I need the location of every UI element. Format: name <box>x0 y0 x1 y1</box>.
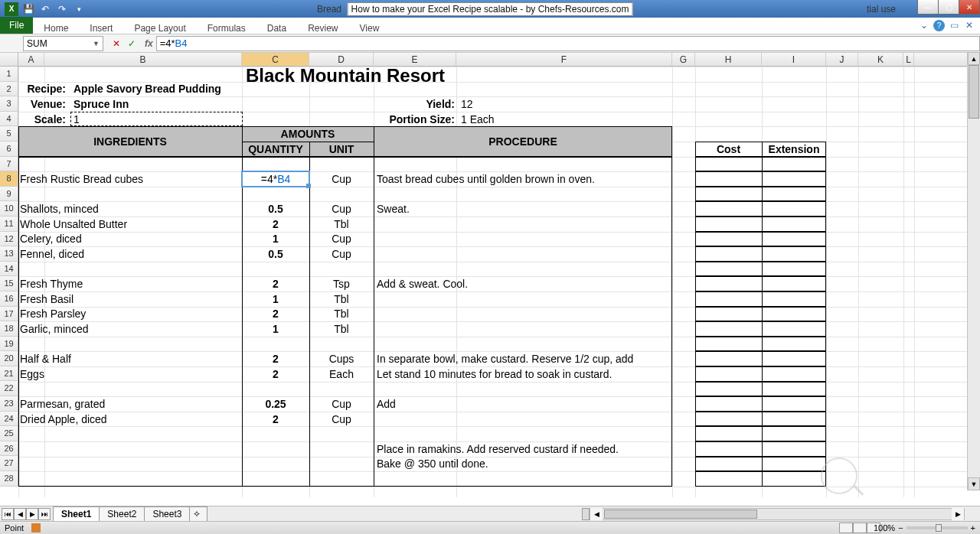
hv2 <box>374 126 374 156</box>
column-header-E[interactable]: E <box>374 53 456 66</box>
row-header-16[interactable]: 16 <box>0 291 18 307</box>
row-header-23[interactable]: 23 <box>0 396 18 412</box>
column-header-B[interactable]: B <box>44 53 242 66</box>
sheet-tab-sheet2[interactable]: Sheet2 <box>99 506 145 521</box>
row-header-25[interactable]: 25 <box>0 426 18 441</box>
column-header-G[interactable]: G <box>672 53 695 66</box>
column-header-C[interactable]: C <box>242 53 309 66</box>
cancel-formula-icon[interactable]: ✕ <box>109 37 123 50</box>
row-header-13[interactable]: 13 <box>0 246 18 262</box>
ribbon-tab-review[interactable]: Review <box>297 21 348 36</box>
row-header-10[interactable]: 10 <box>0 201 18 217</box>
zoom-out-button[interactable]: − <box>898 523 903 532</box>
formula-input[interactable]: =4*B4 <box>156 36 980 51</box>
row-header-19[interactable]: 19 <box>0 337 18 352</box>
quick-access-toolbar: X 💾 ↶ ↷ ▾ <box>0 2 86 16</box>
hscroll-right-icon[interactable]: ▶ <box>952 508 964 520</box>
ingredient-r13: Fennel, diced <box>18 246 242 262</box>
row-header-1[interactable]: 1 <box>0 67 18 82</box>
new-sheet-button[interactable]: ✧ <box>189 506 207 521</box>
tab-split-handle[interactable] <box>582 508 590 520</box>
row-header-14[interactable]: 14 <box>0 262 18 277</box>
redo-icon[interactable]: ↷ <box>55 2 69 16</box>
column-header-J[interactable]: J <box>826 53 858 66</box>
row-header-7[interactable]: 7 <box>0 157 18 172</box>
sheet-tab-sheet3[interactable]: Sheet3 <box>144 506 190 521</box>
horizontal-scrollbar[interactable]: ◀ ▶ <box>590 508 965 520</box>
hscroll-left-icon[interactable]: ◀ <box>590 508 603 520</box>
row-header-3[interactable]: 3 <box>0 96 18 112</box>
undo-icon[interactable]: ↶ <box>38 2 52 16</box>
row-header-9[interactable]: 9 <box>0 187 18 202</box>
row-header-28[interactable]: 28 <box>0 471 18 487</box>
vscroll-thumb[interactable] <box>969 65 979 119</box>
row-header-8[interactable]: 8 <box>0 171 18 187</box>
editing-cell-c8[interactable]: =4*B4 <box>241 171 310 187</box>
spreadsheet-grid[interactable]: 1234567891011121314151617181920212223242… <box>0 67 980 497</box>
column-header-I[interactable]: I <box>762 53 826 66</box>
ribbon-tab-insert[interactable]: Insert <box>79 21 123 36</box>
ribbon-minimize-icon[interactable]: ⌄ <box>918 19 930 31</box>
row-header-5[interactable]: 5 <box>0 126 18 142</box>
column-header-A[interactable]: A <box>18 53 44 66</box>
fill-handle[interactable] <box>306 184 311 188</box>
row-header-22[interactable]: 22 <box>0 381 18 396</box>
name-box[interactable]: SUM ▼ <box>23 36 103 51</box>
fx-icon[interactable]: fx <box>145 38 153 49</box>
row-header-18[interactable]: 18 <box>0 321 18 337</box>
ribbon-tab-home[interactable]: Home <box>33 21 79 36</box>
row-header-21[interactable]: 21 <box>0 366 18 382</box>
sheet-tab-sheet1[interactable]: Sheet1 <box>53 506 100 521</box>
row-header-4[interactable]: 4 <box>0 112 18 127</box>
row-header-27[interactable]: 27 <box>0 456 18 471</box>
maximize-button[interactable]: ▢ <box>938 0 959 15</box>
title-tooltip: How to make your Excel Recipe scalable -… <box>348 2 633 16</box>
tab-nav-last-icon[interactable]: ⏭ <box>38 508 51 520</box>
select-all-corner[interactable] <box>0 53 18 66</box>
window-restore-icon[interactable]: ▭ <box>948 19 960 31</box>
workbook-close-icon[interactable]: ✕ <box>963 19 975 31</box>
zoom-thumb[interactable] <box>936 524 942 532</box>
row-header-11[interactable]: 11 <box>0 217 18 232</box>
row-header-6[interactable]: 6 <box>0 142 18 157</box>
row-header-26[interactable]: 26 <box>0 441 18 457</box>
hscroll-thumb[interactable] <box>604 510 757 519</box>
column-header-L[interactable]: L <box>903 53 914 66</box>
column-header-F[interactable]: F <box>456 53 672 66</box>
column-header-K[interactable]: K <box>858 53 903 66</box>
cost-row-v-23 <box>762 396 763 412</box>
ingredient-r20: Half & Half <box>18 351 242 366</box>
page-layout-view-button[interactable] <box>853 523 867 533</box>
column-header-H[interactable]: H <box>695 53 762 66</box>
tab-nav-prev-icon[interactable]: ◀ <box>14 508 26 520</box>
normal-view-button[interactable] <box>839 523 853 533</box>
ribbon-tab-formulas[interactable]: Formulas <box>197 21 256 36</box>
row-header-2[interactable]: 2 <box>0 82 18 97</box>
row-header-20[interactable]: 20 <box>0 351 18 366</box>
ribbon-tab-page-layout[interactable]: Page Layout <box>123 21 196 36</box>
zoom-in-button[interactable]: + <box>971 523 975 532</box>
close-button[interactable]: ✕ <box>959 0 980 15</box>
vertical-scrollbar[interactable]: ▲ ▼ <box>967 52 980 490</box>
macro-record-icon[interactable] <box>31 523 41 532</box>
unit-r21: Each <box>309 366 374 382</box>
save-icon[interactable]: 💾 <box>21 2 35 16</box>
scroll-up-icon[interactable]: ▲ <box>968 52 980 65</box>
tab-nav-next-icon[interactable]: ▶ <box>26 508 38 520</box>
accept-formula-icon[interactable]: ✓ <box>125 37 139 50</box>
row-header-15[interactable]: 15 <box>0 276 18 291</box>
row-header-12[interactable]: 12 <box>0 232 18 247</box>
qat-customize-icon[interactable]: ▾ <box>72 2 86 16</box>
column-header-D[interactable]: D <box>309 53 374 66</box>
row-header-24[interactable]: 24 <box>0 412 18 427</box>
file-tab[interactable]: File <box>0 17 33 34</box>
name-box-dropdown-icon[interactable]: ▼ <box>93 40 100 47</box>
scroll-down-icon[interactable]: ▼ <box>968 477 980 490</box>
row-header-17[interactable]: 17 <box>0 307 18 322</box>
ribbon-tab-data[interactable]: Data <box>256 21 297 36</box>
minimize-button[interactable]: — <box>917 0 939 15</box>
zoom-slider[interactable] <box>906 526 968 529</box>
ribbon-tab-view[interactable]: View <box>349 21 390 36</box>
tab-nav-first-icon[interactable]: ⏮ <box>2 508 14 520</box>
help-icon[interactable]: ? <box>933 20 945 31</box>
